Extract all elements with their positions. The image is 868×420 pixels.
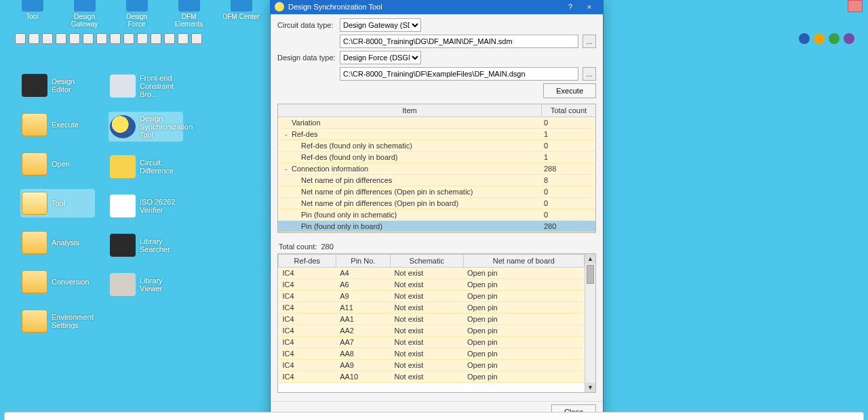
launcher-item[interactable]: Library Searcher xyxy=(108,231,183,259)
dialog-help-button[interactable]: ? xyxy=(561,3,580,11)
taskbar[interactable] xyxy=(4,412,864,420)
cdiff-icon xyxy=(110,155,136,178)
launcher-item-label: Analysis xyxy=(52,238,79,247)
execute-button[interactable]: Execute xyxy=(543,83,596,98)
summary-row[interactable]: Net name of pin differences8 xyxy=(278,175,595,186)
folder-icon xyxy=(22,310,47,333)
ribbon-item[interactable]: Design Gateway xyxy=(66,0,103,27)
toolbar-button[interactable] xyxy=(151,33,161,44)
launcher-item[interactable]: Environment Settings xyxy=(20,307,95,335)
fc-icon xyxy=(110,75,136,98)
dialog-app-icon xyxy=(275,2,284,12)
summary-row[interactable]: Net name of pin differences (Open pin in… xyxy=(278,198,595,209)
outer-window-close[interactable] xyxy=(848,0,863,12)
design-path-input[interactable] xyxy=(340,67,578,81)
grid-row[interactable]: IC4AA7Not existOpen pin xyxy=(279,337,585,348)
dst-icon xyxy=(110,115,136,138)
ribbon-item[interactable]: Tool xyxy=(14,0,51,27)
grid-row[interactable]: IC4AA2Not existOpen pin xyxy=(279,325,585,337)
launcher-item-label: Front-end Constraint Bro... xyxy=(140,74,182,98)
launcher-item[interactable]: Analysis xyxy=(20,228,95,257)
toolbar-button[interactable] xyxy=(28,33,39,44)
toolbar-button[interactable] xyxy=(56,33,66,44)
summary-header-item: Item xyxy=(278,104,541,117)
grid-row[interactable]: IC4A6Not existOpen pin xyxy=(279,279,585,291)
grid-header[interactable]: Net name of board xyxy=(463,255,584,268)
ribbon-item[interactable]: Design Force xyxy=(118,0,155,27)
toolbar-button[interactable] xyxy=(42,33,53,44)
grid-row[interactable]: IC4AA1Not existOpen pin xyxy=(279,314,585,325)
toolbar-button[interactable] xyxy=(178,33,189,44)
scroll-down-icon[interactable]: ▼ xyxy=(585,383,595,392)
grid-header[interactable]: Pin No. xyxy=(336,255,390,268)
toolbar-button[interactable] xyxy=(83,33,94,44)
grid-header[interactable]: Schematic xyxy=(391,255,464,268)
toolbar-button[interactable] xyxy=(191,33,202,44)
summary-row[interactable]: Ref-des (found only in schematic)0 xyxy=(278,140,595,152)
grid-row[interactable]: IC4A9Not existOpen pin xyxy=(279,291,585,302)
vf-icon xyxy=(110,194,136,217)
ls-icon xyxy=(110,234,136,257)
circuit-type-select[interactable]: Design Gateway (SDM) xyxy=(340,18,421,32)
grid-row[interactable]: IC4AA8Not existOpen pin xyxy=(279,348,585,360)
launcher-item[interactable]: Circuit Difference xyxy=(108,152,183,181)
summary-row[interactable]: Ref-des (found only in board)1 xyxy=(278,152,595,163)
help-icon[interactable] xyxy=(844,33,854,44)
launcher-item[interactable]: Design Synchronization Tool xyxy=(108,112,183,142)
launcher-item[interactable]: Design Editor xyxy=(20,71,95,100)
launcher-item[interactable]: ISO 26262 Verifier xyxy=(108,192,183,220)
launcher-item-label: Environment Settings xyxy=(52,313,94,329)
toolbar-button[interactable] xyxy=(110,33,121,44)
toolbar-button[interactable] xyxy=(15,33,26,44)
circuit-type-label: Circuit data type: xyxy=(277,21,336,29)
toolbar-button[interactable] xyxy=(164,33,175,44)
dialog-title: Design Synchronization Tool xyxy=(288,3,382,11)
grid-row[interactable]: IC4A4Not existOpen pin xyxy=(279,268,585,279)
toolbar-button[interactable] xyxy=(123,33,134,44)
summary-row[interactable]: Pin (found only in schematic)0 xyxy=(278,209,595,221)
design-type-label: Design data type: xyxy=(277,54,336,62)
grid-row[interactable]: IC4A11Not existOpen pin xyxy=(279,302,585,314)
folder-icon xyxy=(22,231,47,254)
grid-header[interactable]: Ref-des xyxy=(279,255,336,268)
circuit-path-input[interactable] xyxy=(340,35,578,48)
info-icon[interactable] xyxy=(799,33,810,44)
launcher-item[interactable]: Tool xyxy=(20,189,95,217)
scroll-thumb[interactable] xyxy=(587,265,594,284)
dialog-close-button[interactable]: × xyxy=(580,3,599,11)
ribbon-item[interactable]: DFM Elements xyxy=(170,0,208,27)
launcher-item-label: Tool xyxy=(52,199,65,207)
summary-row[interactable]: Variation0 xyxy=(278,117,595,129)
launcher-item[interactable]: Library Viewer xyxy=(108,270,183,299)
grid-scrollbar[interactable]: ▲ ▼ xyxy=(585,254,595,392)
circuit-browse-button[interactable]: ... xyxy=(583,35,596,48)
dialog-titlebar[interactable]: Design Synchronization Tool ? × xyxy=(271,0,603,14)
grid-row[interactable]: IC4AA9Not existOpen pin xyxy=(279,360,585,371)
toolbar-button[interactable] xyxy=(69,33,80,44)
launcher-item[interactable]: Front-end Constraint Bro... xyxy=(108,71,183,101)
tip-icon[interactable] xyxy=(814,33,825,44)
ribbon-item[interactable]: DFM Center xyxy=(222,0,260,27)
de-icon xyxy=(22,74,47,97)
launcher-item[interactable]: Open xyxy=(20,150,95,178)
folder-icon xyxy=(22,192,47,215)
toolbar-button[interactable] xyxy=(137,33,148,44)
folder-icon xyxy=(22,152,47,175)
scroll-up-icon[interactable]: ▲ xyxy=(585,254,595,264)
status-icon[interactable] xyxy=(829,33,840,44)
help-toolbar xyxy=(799,31,854,46)
folder-icon xyxy=(22,270,47,293)
summary-table: Item Total count Variation0-Ref-des1Ref-… xyxy=(277,104,596,233)
summary-row[interactable]: Pin (found only in board)280 xyxy=(278,221,595,232)
summary-row[interactable]: Net name of pin differences (Open pin in… xyxy=(278,186,595,198)
summary-row[interactable]: -Connection information288 xyxy=(278,163,595,175)
summary-row[interactable]: -Ref-des1 xyxy=(278,129,595,140)
launcher-item[interactable]: Execute xyxy=(20,110,95,139)
launcher-item-label: Library Searcher xyxy=(140,237,182,253)
grid-row[interactable]: IC4AA10Not existOpen pin xyxy=(279,371,585,383)
toolbar-button[interactable] xyxy=(96,33,107,44)
design-browse-button[interactable]: ... xyxy=(583,67,596,81)
launcher-panel: Design EditorExecuteOpenToolAnalysisConv… xyxy=(20,71,183,335)
launcher-item[interactable]: Conversion xyxy=(20,268,95,296)
design-type-select[interactable]: Design Force (DSGN) xyxy=(340,51,421,64)
